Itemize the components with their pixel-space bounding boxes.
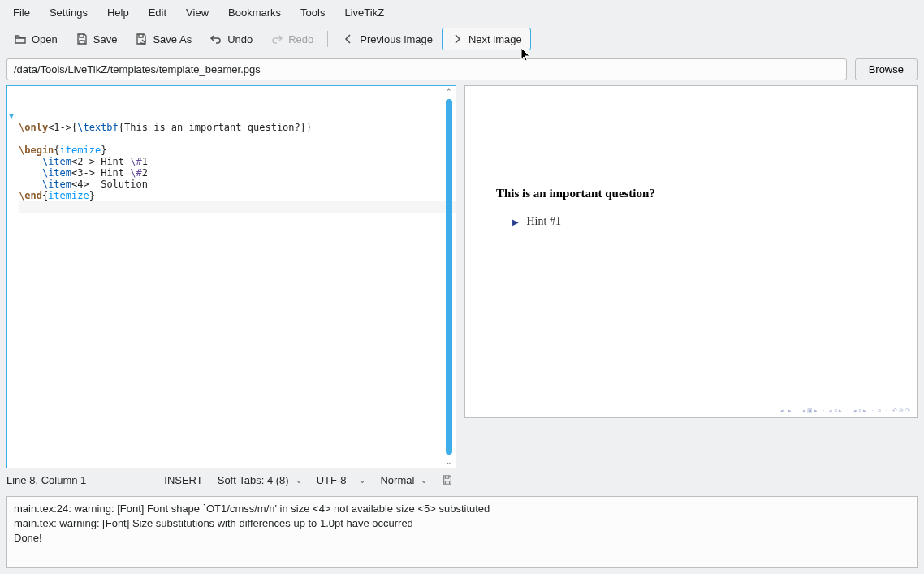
preview-item-text: Hint #1 <box>527 215 561 227</box>
next-image-button[interactable]: Next image <box>442 28 531 50</box>
open-label: Open <box>32 33 58 45</box>
code-editor[interactable]: ▼ \only<1->{\textbf{This is an important… <box>6 85 456 468</box>
chevron-down-icon: ⌄ <box>359 476 365 485</box>
path-bar: Browse <box>0 54 924 85</box>
save-label: Save <box>93 33 118 45</box>
undo-icon <box>209 32 222 45</box>
tabs-setting[interactable]: Soft Tabs: 4 (8) ⌄ <box>218 474 302 486</box>
previous-image-label: Previous image <box>360 33 433 45</box>
encoding-setting[interactable]: UTF-8 ⌄ <box>317 474 366 486</box>
open-icon <box>14 32 27 45</box>
editor-scrollbar[interactable]: ⌃ ⌄ <box>443 86 456 468</box>
chevron-down-icon: ⌄ <box>421 476 427 485</box>
menu-edit[interactable]: Edit <box>139 2 176 24</box>
save-status-icon[interactable] <box>442 474 453 486</box>
save-as-icon <box>135 32 148 45</box>
next-image-label: Next image <box>468 33 522 45</box>
menu-tools[interactable]: Tools <box>291 2 335 24</box>
mode-setting[interactable]: Normal ⌄ <box>380 474 427 486</box>
code-line[interactable]: \end{itemize} <box>19 190 456 201</box>
menu-help[interactable]: Help <box>97 2 139 24</box>
bullet-icon: ▶ <box>512 218 519 227</box>
code-line[interactable]: \only<1->{\textbf{This is an important q… <box>19 122 456 133</box>
code-line[interactable]: \item<4> Solution <box>19 179 456 190</box>
beamer-nav-icons: ◂ ▸ · ◂▣▸ · ◂≡▸ · ◂≡▸ · ≡ · ↶⊘↷ <box>780 408 912 414</box>
undo-button[interactable]: Undo <box>201 28 261 50</box>
editor-status-bar: Line 8, Column 1 INSERT Soft Tabs: 4 (8)… <box>0 468 924 491</box>
save-button[interactable]: Save <box>67 28 127 50</box>
log-line: Done! <box>14 531 910 546</box>
cursor-position[interactable]: Line 8, Column 1 <box>6 474 86 486</box>
preview-item: ▶ Hint #1 <box>512 215 655 228</box>
log-output[interactable]: main.tex:24: warning: [Font] Font shape … <box>6 496 918 568</box>
code-line[interactable] <box>19 201 456 213</box>
log-line: main.tex:24: warning: [Font] Font shape … <box>14 502 910 516</box>
menu-livetikz[interactable]: LiveTikZ <box>335 2 394 24</box>
preview-pane: This is an important question? ▶ Hint #1… <box>464 85 918 418</box>
save-icon <box>76 32 89 45</box>
toolbar-separator <box>327 31 328 47</box>
redo-icon <box>270 32 283 45</box>
code-line[interactable]: \item<2-> Hint \#1 <box>19 156 456 167</box>
template-path-input[interactable] <box>6 58 847 80</box>
fold-marker-icon[interactable]: ▼ <box>9 110 17 120</box>
code-line[interactable]: \item<3-> Hint \#2 <box>19 167 456 179</box>
code-line[interactable] <box>19 133 456 145</box>
open-button[interactable]: Open <box>5 28 67 50</box>
scrollbar-thumb[interactable] <box>446 99 452 455</box>
menu-bar: File Settings Help Edit View Bookmarks T… <box>0 0 924 24</box>
chevron-down-icon: ⌄ <box>296 476 302 485</box>
previous-image-button[interactable]: Previous image <box>333 28 442 50</box>
menu-view[interactable]: View <box>176 2 218 24</box>
redo-label: Redo <box>288 33 313 45</box>
menu-file[interactable]: File <box>3 2 40 24</box>
chevron-right-icon <box>451 32 464 45</box>
scroll-up-icon[interactable]: ⌃ <box>443 86 456 97</box>
menu-settings[interactable]: Settings <box>40 2 97 24</box>
log-line: main.tex: warning: [Font] Size substitut… <box>14 516 910 531</box>
code-line[interactable]: \begin{itemize} <box>19 145 456 156</box>
editor-mode[interactable]: INSERT <box>164 474 202 486</box>
undo-label: Undo <box>227 33 253 45</box>
main-area: ▼ \only<1->{\textbf{This is an important… <box>0 85 924 468</box>
save-as-label: Save As <box>153 33 192 45</box>
browse-button[interactable]: Browse <box>855 58 918 80</box>
scroll-down-icon[interactable]: ⌄ <box>443 456 456 468</box>
menu-bookmarks[interactable]: Bookmarks <box>218 2 291 24</box>
preview-title: This is an important question? <box>496 187 655 201</box>
save-as-button[interactable]: Save As <box>126 28 201 50</box>
redo-button[interactable]: Redo <box>261 28 322 50</box>
chevron-left-icon <box>342 32 355 45</box>
toolbar: Open Save Save As Undo Redo Previous ima… <box>0 24 924 54</box>
